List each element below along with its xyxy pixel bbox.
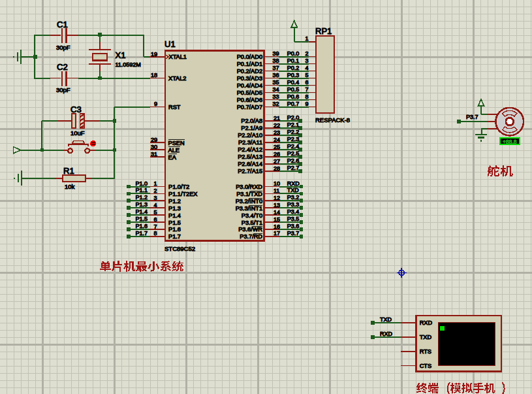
svg-text:5: 5	[153, 209, 157, 216]
svg-text:RESPACK-8: RESPACK-8	[315, 116, 350, 123]
svg-text:P1.5: P1.5	[135, 216, 148, 222]
svg-text:24: 24	[274, 137, 280, 143]
svg-text:P0.7/AD7: P0.7/AD7	[237, 104, 262, 110]
svg-text:P0.1: P0.1	[287, 57, 300, 64]
svg-text:P2.6: P2.6	[287, 157, 300, 164]
svg-text:P0.2/AD2: P0.2/AD2	[237, 68, 262, 74]
svg-text:RXD: RXD	[287, 180, 300, 187]
svg-text:P2.3: P2.3	[287, 136, 300, 142]
svg-text:P1.7: P1.7	[135, 230, 148, 237]
svg-text:P1.0: P1.0	[135, 180, 148, 187]
svg-text:7: 7	[153, 223, 157, 230]
svg-text:TXD: TXD	[380, 316, 392, 323]
svg-text:8: 8	[305, 93, 308, 100]
svg-text:35: 35	[273, 79, 279, 86]
svg-text:P1.0/T2: P1.0/T2	[168, 184, 189, 190]
svg-text:TXD: TXD	[287, 187, 300, 193]
svg-text:P2.1: P2.1	[287, 122, 300, 128]
svg-text:9: 9	[154, 101, 157, 107]
svg-text:P2.5/A13: P2.5/A13	[238, 154, 262, 160]
svg-text:P2.0: P2.0	[287, 114, 300, 121]
svg-text:P1.4: P1.4	[168, 212, 181, 219]
svg-text:27: 27	[274, 158, 280, 165]
svg-text:3: 3	[305, 57, 308, 64]
svg-text:P0.4: P0.4	[287, 79, 300, 86]
svg-text:19: 19	[151, 51, 157, 57]
svg-text:P3.7/RD: P3.7/RD	[240, 233, 262, 240]
svg-text:P0.5/AD5: P0.5/AD5	[237, 90, 262, 96]
svg-text:30pF: 30pF	[56, 44, 70, 51]
svg-text:P1.4: P1.4	[135, 208, 148, 215]
svg-text:P0.1/AD1: P0.1/AD1	[237, 61, 262, 67]
svg-text:R1: R1	[63, 166, 74, 176]
svg-text:P1.3: P1.3	[135, 201, 148, 208]
svg-text:30: 30	[151, 144, 157, 150]
svg-text:P0.2: P0.2	[287, 65, 300, 71]
svg-text:4: 4	[153, 202, 157, 208]
svg-text:P0.0/AD0: P0.0/AD0	[237, 54, 262, 60]
svg-text:P2.7: P2.7	[287, 165, 300, 171]
svg-text:C3: C3	[70, 105, 82, 114]
svg-text:PSEN: PSEN	[168, 140, 185, 146]
svg-text:P1.1: P1.1	[135, 187, 148, 193]
svg-text:ALE: ALE	[168, 147, 180, 154]
svg-text:X1: X1	[116, 50, 126, 60]
svg-text:P2.2: P2.2	[287, 129, 300, 135]
svg-text:7: 7	[305, 86, 308, 93]
svg-text:39: 39	[273, 50, 279, 57]
svg-text:2: 2	[305, 50, 308, 57]
svg-text:P3.1/TXD: P3.1/TXD	[236, 191, 262, 197]
svg-text:P3.0/RXD: P3.0/RXD	[236, 184, 262, 190]
svg-text:U1: U1	[164, 39, 176, 49]
svg-text:XTAL1: XTAL1	[169, 54, 187, 60]
svg-text:29: 29	[151, 137, 157, 143]
svg-text:P0.0: P0.0	[287, 50, 300, 57]
svg-text:2: 2	[153, 188, 157, 194]
svg-text:+88.8: +88.8	[503, 139, 517, 145]
svg-text:P3.5/T1: P3.5/T1	[242, 220, 262, 226]
svg-text:37: 37	[273, 65, 279, 71]
svg-text:P2.4/A12: P2.4/A12	[238, 146, 262, 153]
svg-text:RXD: RXD	[420, 320, 433, 326]
svg-text:15: 15	[274, 216, 280, 223]
svg-text:RTS: RTS	[420, 348, 431, 355]
svg-text:P3.4/T0: P3.4/T0	[242, 212, 262, 219]
svg-text:4: 4	[305, 65, 308, 71]
svg-text:STC89C52: STC89C52	[164, 245, 195, 252]
svg-text:P3.6/WR: P3.6/WR	[238, 226, 262, 233]
svg-text:P3.5: P3.5	[287, 216, 300, 222]
svg-text:26: 26	[274, 151, 280, 157]
svg-text:C1: C1	[57, 20, 68, 29]
svg-text:P3.3/INT1: P3.3/INT1	[236, 205, 262, 212]
svg-text:P0.4/AD4: P0.4/AD4	[237, 82, 262, 89]
svg-text:RST: RST	[168, 104, 181, 110]
svg-text:P2.2/A10: P2.2/A10	[238, 132, 262, 139]
svg-text:1: 1	[153, 180, 157, 187]
svg-text:13: 13	[274, 202, 280, 208]
svg-text:P0.6/AD6: P0.6/AD6	[237, 97, 262, 103]
svg-text:P3.7: P3.7	[287, 230, 300, 237]
svg-text:16: 16	[274, 223, 280, 230]
svg-text:P3.4: P3.4	[287, 208, 300, 215]
svg-text:32: 32	[273, 101, 279, 107]
svg-text:P1.5: P1.5	[168, 220, 181, 226]
svg-text:17: 17	[274, 230, 280, 237]
svg-text:P2.7/A15: P2.7/A15	[238, 168, 262, 174]
svg-text:P0.5: P0.5	[287, 86, 300, 93]
svg-text:RXD: RXD	[380, 331, 393, 337]
svg-text:9: 9	[305, 101, 308, 107]
svg-text:P0.6: P0.6	[287, 93, 300, 100]
svg-text:C2: C2	[57, 62, 68, 72]
svg-text:RP1: RP1	[315, 26, 332, 36]
svg-text:P3.2/INT0: P3.2/INT0	[236, 198, 262, 205]
svg-text:P1.7: P1.7	[168, 233, 181, 240]
svg-text:23: 23	[274, 129, 280, 136]
svg-text:10uF: 10uF	[70, 129, 85, 137]
svg-text:CTS: CTS	[420, 363, 431, 369]
svg-text:P2.6/A14: P2.6/A14	[238, 161, 262, 167]
svg-text:P0.7: P0.7	[287, 101, 300, 107]
svg-text:P1.1/T2EX: P1.1/T2EX	[168, 191, 197, 197]
svg-text:6: 6	[305, 79, 308, 86]
svg-text:EA: EA	[168, 154, 177, 161]
svg-text:P3.6: P3.6	[287, 223, 300, 229]
